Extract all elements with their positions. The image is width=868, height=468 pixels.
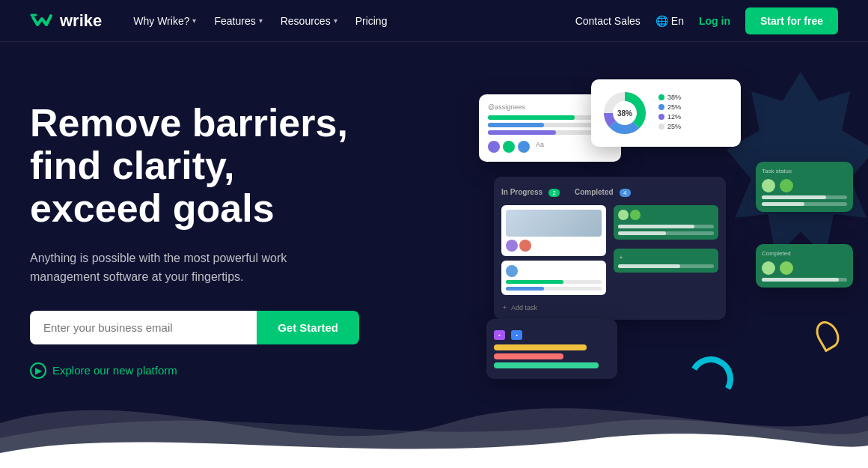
globe-icon: 🌐 <box>655 15 668 27</box>
timeline-card: • • <box>486 319 617 379</box>
kanban-card: In Progress 2 Completed 4 <box>494 177 726 320</box>
teal-decoration <box>680 348 742 410</box>
hero-section: Remove barriers, find clarity, exceed go… <box>0 42 868 468</box>
nav-features[interactable]: Features ▾ <box>207 10 269 31</box>
chevron-icon: ▾ <box>259 16 263 25</box>
nav-links: Why Wrike? ▾ Features ▾ Resources ▾ Pric… <box>126 10 394 31</box>
kanban-item <box>501 205 606 256</box>
kanban-item-completed <box>614 205 718 240</box>
nav-resources[interactable]: Resources ▾ <box>273 10 345 31</box>
email-input[interactable] <box>30 311 257 344</box>
language-selector[interactable]: 🌐 En <box>655 15 684 27</box>
chevron-icon: ▾ <box>334 16 337 25</box>
hero-subtext: Anything is possible with the most power… <box>30 249 359 287</box>
logo-text: wrike <box>60 11 102 31</box>
get-started-button[interactable]: Get Started <box>257 311 359 344</box>
nav-right: Contact Sales 🌐 En Log in Start for free <box>575 7 838 34</box>
donut-chart-card: 38% 38% 25% 12% 25% <box>591 79 741 147</box>
nav-pricing[interactable]: Pricing <box>348 10 395 31</box>
hero-heading: Remove barriers, find clarity, exceed go… <box>30 102 359 231</box>
kanban-item-completed: ＋ <box>614 249 718 273</box>
start-free-button[interactable]: Start for free <box>745 7 838 34</box>
hero-left: Remove barriers, find clarity, exceed go… <box>30 87 359 379</box>
navbar: wrike Why Wrike? ▾ Features ▾ Resources … <box>0 0 868 42</box>
green-card-bottom: Completed <box>756 244 853 288</box>
email-form: Get Started <box>30 311 359 344</box>
donut-chart: 38% <box>599 87 651 139</box>
logo-icon <box>30 13 54 29</box>
nav-why-wrike[interactable]: Why Wrike? ▾ <box>126 10 204 31</box>
play-icon: ▶ <box>30 362 46 379</box>
logo[interactable]: wrike <box>30 11 102 31</box>
login-button[interactable]: Log in <box>699 15 730 27</box>
yellow-decoration <box>811 317 843 353</box>
kanban-item <box>501 261 606 295</box>
chevron-icon: ▾ <box>192 16 196 25</box>
hero-illustration: @assignees Aa 38% <box>464 57 868 468</box>
nav-left: wrike Why Wrike? ▾ Features ▾ Resources … <box>30 10 394 31</box>
green-card-top: Task status <box>756 162 853 212</box>
svg-text:38%: 38% <box>617 109 632 118</box>
explore-platform-link[interactable]: ▶ Explore our new platform <box>30 362 359 379</box>
contact-sales-link[interactable]: Contact Sales <box>575 15 641 27</box>
